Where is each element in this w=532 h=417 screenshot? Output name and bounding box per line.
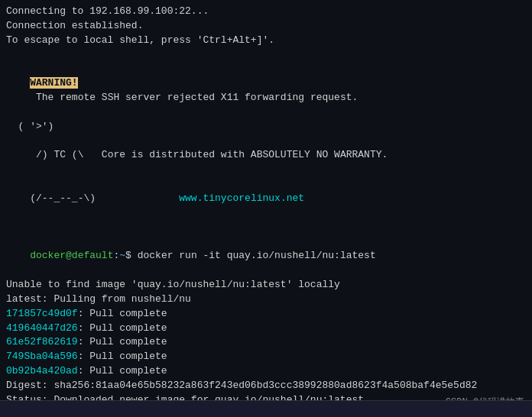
line-docker-cmd: docker@default:~$ docker run -it quay.io…: [6, 235, 526, 279]
bottom-bar: [0, 400, 532, 417]
line-pull2: 419640447d26: Pull complete: [6, 322, 526, 336]
terminal: Connecting to 192.168.99.100:22... Conne…: [0, 0, 532, 417]
warning-label: WARNING!: [30, 77, 77, 89]
prompt-path: ~: [119, 250, 125, 261]
line-digest: Digest: sha256:81aa04e65b58232a863f243ed…: [6, 379, 526, 393]
line-connecting: Connecting to 192.168.99.100:22...: [6, 5, 526, 19]
line-unable: Unable to find image 'quay.io/nushell/nu…: [6, 278, 526, 293]
line-blank1: [6, 48, 526, 63]
warning-text: The remote SSH server rejected X11 forwa…: [30, 92, 358, 103]
line-tc-url: (/--_--_-\) www.tinycorelinux.net: [6, 177, 526, 221]
prompt-user: docker@default: [30, 250, 113, 261]
line-pull4: 749Sba04a596: Pull complete: [6, 350, 526, 364]
line-face: ( '>'): [6, 120, 526, 134]
line-blank2: [6, 221, 526, 235]
line-escape: To escape to local shell, press 'Ctrl+Al…: [6, 34, 526, 48]
line-pull5: 0b92b4a420ad: Pull complete: [6, 364, 526, 379]
line-established: Connection established.: [6, 19, 526, 34]
line-tc: /) TC (\ Core is distributed with ABSOLU…: [6, 134, 526, 178]
line-pulling: latest: Pulling from nushell/nu: [6, 293, 526, 307]
line-warning: WARNING! The remote SSH server rejected …: [6, 62, 526, 119]
line-pull1: 171857c49d0f: Pull complete: [6, 307, 526, 322]
line-pull3: 61e52f862619: Pull complete: [6, 335, 526, 350]
